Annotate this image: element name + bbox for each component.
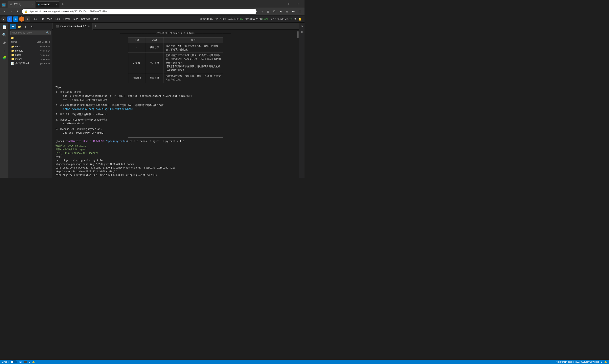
tree-item-models[interactable]: 📁 models yesterday (9, 49, 52, 53)
item-name-code: code (15, 45, 39, 48)
tips-title: Tips: (55, 86, 296, 90)
upload-files-button[interactable]: ⬆ (23, 24, 28, 29)
activity-debug[interactable]: ◉ (1, 39, 8, 46)
gpu-value: 0% (239, 18, 243, 20)
tip-1: 快速从本地上传文件： scp -o StrictHostKeyChecking=… (60, 91, 296, 102)
disk-pct: 0% (289, 18, 292, 20)
browser-chrome: 🌐 🖥 开发机 × ■ WebIDE × + ─ □ × ‹ › ↻ (0, 0, 305, 15)
browser-more-icon[interactable]: ⋯ (291, 9, 296, 14)
address-bar[interactable]: 🔒 https://studio.intern-ai.org.cn/consol… (22, 9, 257, 14)
menu-view[interactable]: View (46, 17, 54, 21)
editor-tab-label: root@intern-studio-40073 (60, 25, 87, 27)
right-filter-icon[interactable]: ≡ (300, 30, 304, 34)
tree-item-md[interactable]: 📝 操作步骤.md yesterday (9, 61, 52, 66)
welcome-divider: ————————————————————————— 欢迎使用 InternStu… (55, 32, 296, 35)
activity-search[interactable]: 🔍 (1, 31, 8, 39)
menu-tabs[interactable]: Tabs (72, 17, 80, 21)
menu-settings[interactable]: Settings (80, 17, 91, 21)
vscode-icon: ⧉ (13, 16, 18, 22)
file-search-icon: 🔍 (46, 31, 49, 34)
col-desc: 简介 (164, 37, 223, 43)
file-icon-md: 📝 (11, 62, 14, 65)
tab-close-2[interactable]: × (55, 3, 57, 6)
close-window-button[interactable]: × (294, 1, 303, 7)
editor-tab-terminal[interactable]: ⬛ root@intern-studio-40073 × (53, 23, 92, 29)
menu-run[interactable]: Run (54, 17, 62, 21)
tab-search-icon[interactable]: ⊞ (265, 9, 271, 14)
menu-file[interactable]: File (31, 17, 38, 21)
back-button[interactable]: ‹ (2, 9, 8, 14)
terminal-content[interactable]: ————————————————————————— 欢迎使用 InternStu… (52, 29, 299, 178)
item-modified-share: yesterday (40, 54, 50, 56)
output-line-4: pkgs/ (55, 155, 296, 159)
sidebar: + 📁 ⬆ ↻ 🔍 📁 / Name Last Modified 📁 cod (9, 23, 52, 178)
main-app-icon: ● (1, 16, 6, 22)
right-settings-icon[interactable]: ⚙ (300, 24, 304, 28)
item-modified-models: yesterday (40, 50, 50, 52)
editor-tab-close[interactable]: × (88, 25, 90, 27)
menu-help[interactable]: Help (91, 17, 100, 21)
new-file-button[interactable]: + (10, 24, 16, 29)
tree-item-share[interactable]: 📁 share yesterday (9, 53, 52, 57)
tree-item-xtuner[interactable]: 📁 xtuner yesterday (9, 57, 52, 61)
info-table: 目录 名称 简介 / 系统目录 每次停止开发机会将其恢复至系统（镜像）初始状态，… (128, 37, 223, 83)
tab-kaifaji[interactable]: 🖥 开发机 × (8, 1, 35, 8)
scrollbar[interactable] (297, 29, 299, 178)
bookmarks-icon[interactable]: ☆ (259, 9, 264, 14)
tab-label-1: 开发机 (14, 3, 21, 6)
intern-icon: I (7, 16, 12, 22)
refresh-button[interactable]: ↻ (15, 9, 21, 14)
tab-label-2: WebIDE (41, 3, 50, 6)
split-view-icon[interactable]: ⧉ (272, 9, 277, 14)
tips-list: 快速从本地上传文件： scp -o StrictHostKeyChecking=… (60, 91, 296, 135)
table-row-1: / 系统目录 每次停止开发机会将其恢复至系统（镜像）初始状态，不建议存储数据。 (128, 43, 223, 53)
tab-close-1[interactable]: × (31, 3, 33, 6)
output-line-8: pkgs/ca-certificates-2023.12.12-h06a4308… (55, 170, 296, 174)
add-editor-tab[interactable]: + (92, 23, 98, 29)
disk-value: 0 / 24566 MiB (275, 18, 288, 20)
forward-button[interactable]: › (9, 9, 14, 14)
file-search-container: 🔍 (10, 30, 51, 35)
right-panel: ⚙ ≡ (299, 23, 305, 178)
sidebar-toggle-icon[interactable]: ◫ (297, 9, 302, 14)
terminal-icon: ⬛ (56, 25, 59, 27)
tab-webide[interactable]: ■ WebIDE × (36, 1, 59, 8)
mem-status: 内存 0.55 / 72 GB 0.77% (245, 17, 268, 20)
upload-icon[interactable]: ⬆ (294, 17, 296, 21)
item-name-share: share (15, 53, 39, 56)
new-tab-button[interactable]: + (60, 1, 65, 7)
disk-status: 显存 0 / 24566 MiB 0% (270, 17, 292, 20)
tip-2: 避免因终端关闭或 SSH 连接断开导致任务终止，强烈建议使用 tmux 将实验进… (60, 104, 296, 111)
tree-item-code[interactable]: 📁 code yesterday (9, 44, 52, 49)
cpu-value: 13.29% (205, 18, 213, 20)
item-name-md: 操作步骤.md (15, 62, 39, 65)
browser-title-bar: 🌐 🖥 开发机 × ■ WebIDE × + ─ □ × (0, 0, 305, 8)
bell-icon[interactable]: 🔔 (298, 17, 302, 21)
activity-extensions[interactable]: ⋮ (1, 46, 8, 53)
col-name-th: 名称 (145, 37, 164, 43)
menu-kernel[interactable]: Kernel (62, 17, 72, 21)
maximize-button[interactable]: □ (285, 1, 294, 7)
col-dir: 目录 (128, 37, 145, 43)
file-search-input[interactable] (12, 31, 45, 34)
item-modified-xtuner: yesterday (40, 58, 50, 60)
folder-icon-share: 📁 (11, 53, 14, 56)
extensions-icon[interactable]: ⊕ (284, 9, 290, 14)
activity-puzzle[interactable]: 🧩 (1, 54, 8, 61)
output-line-9: tar: pkgs/ca-certificates-2023.12.12-h06… (55, 173, 296, 177)
col-modified-header: Last Modified (37, 41, 50, 43)
editor-tabs-bar: ⬛ root@intern-studio-40073 × + (52, 23, 299, 29)
scroll-thumb[interactable] (297, 31, 298, 38)
refresh-files-button[interactable]: ↻ (29, 24, 35, 29)
item-modified-md: yesterday (40, 62, 50, 65)
profile-icon[interactable]: ★ (278, 9, 284, 14)
term-path: /opt/jupyterlab (105, 140, 127, 143)
editor-area: ⬛ root@intern-studio-40073 × + —————————… (52, 23, 299, 178)
app-status-area: CPU 13.29% GPU-1: 30% Nvidia A100 0% 内存 … (200, 17, 303, 21)
menu-edit[interactable]: Edit (38, 17, 46, 21)
activity-explorer[interactable]: 📄 (1, 24, 8, 31)
mem-value: 0.55 / 72 GB (249, 18, 262, 20)
minimize-button[interactable]: ─ (275, 1, 285, 7)
app-menu: File Edit View Run Kernel Tabs Settings … (31, 17, 100, 21)
new-folder-button[interactable]: 📁 (17, 24, 22, 29)
